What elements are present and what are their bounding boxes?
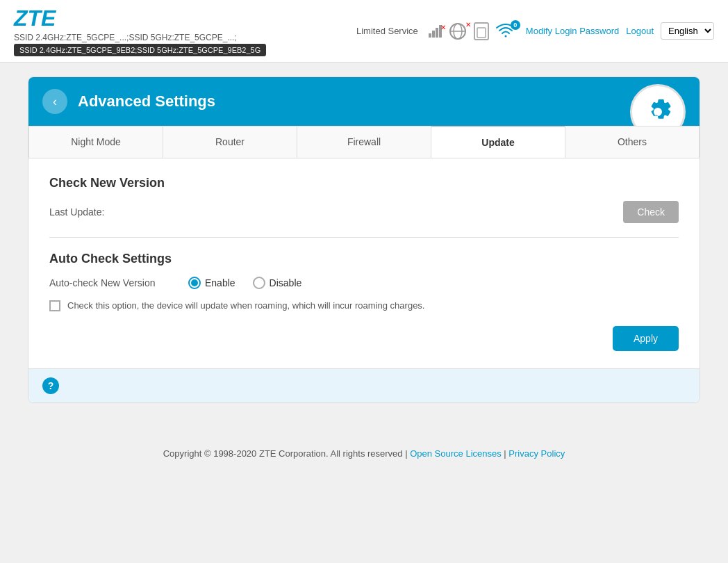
tab-router[interactable]: Router [163,126,297,158]
enable-label: Enable [205,277,235,288]
signal-bar-2 [432,31,435,38]
auto-check-label: Auto-check New Version [49,277,174,288]
tab-others[interactable]: Others [565,126,700,158]
header: ZTE SSID 2.4GHz:ZTE_5GCPE_...;SSID 5GHz:… [0,0,728,63]
disable-label: Disable [270,277,302,288]
settings-card: ‹ Advanced Settings Night Mode Router Fi… [28,76,700,403]
modify-password-link[interactable]: Modify Login Password [526,26,619,36]
divider-1 [49,237,679,238]
tab-firewall[interactable]: Firewall [297,126,431,158]
tab-update[interactable]: Update [431,126,565,158]
privacy-policy-link[interactable]: Privacy Policy [508,448,565,459]
main-content: ‹ Advanced Settings Night Mode Router Fi… [0,63,728,417]
header-left: ZTE SSID 2.4GHz:ZTE_5GCPE_...;SSID 5GHz:… [14,6,266,56]
logout-link[interactable]: Logout [626,26,654,36]
last-update-label: Last Update: [49,206,174,218]
globe-icon [449,22,467,40]
check-button[interactable]: Check [623,201,679,223]
signal-bar-3 [436,28,438,38]
copyright-text: Copyright © 1998-2020 ZTE Corporation. A… [163,448,403,459]
wifi-badge: 0 [511,20,520,30]
signal-x-icon: ✕ [440,24,446,31]
auto-check-radio-group: Enable Disable [188,277,301,289]
help-bar: ? [28,368,700,402]
roaming-checkbox[interactable] [49,300,60,311]
disable-radio[interactable]: Disable [253,277,302,289]
last-update-row: Last Update: Check [49,201,679,223]
zte-logo: ZTE [14,6,266,31]
open-source-link[interactable]: Open Source Licenses [410,448,502,459]
sim-icon [474,22,489,40]
signal-bar-1 [429,33,431,38]
ssid-short: SSID 2.4GHz:ZTE_5GCPE_...;SSID 5GHz:ZTE_… [14,33,266,42]
auto-check-title: Auto Check Settings [49,252,679,266]
gear-icon [641,95,675,129]
back-button[interactable]: ‹ [42,89,67,114]
apply-button[interactable]: Apply [613,326,679,351]
sim-icon-wrap [474,22,489,40]
status-text: Limited Service [356,26,418,36]
roaming-label: Check this option, the device will updat… [67,300,424,312]
header-right: Limited Service ✕ ✕ [356,22,714,40]
card-body: Check New Version Last Update: Check Aut… [28,158,700,368]
footer: Copyright © 1998-2020 ZTE Corporation. A… [0,431,728,476]
enable-radio-circle [188,277,201,289]
tab-night-mode[interactable]: Night Mode [28,126,163,158]
roaming-checkbox-row: Check this option, the device will updat… [49,300,679,312]
header-icons: ✕ ✕ [429,22,515,40]
enable-radio[interactable]: Enable [188,277,235,289]
check-new-version-title: Check New Version [49,176,679,190]
signal-icon-wrap: ✕ [429,25,442,38]
help-icon[interactable]: ? [42,377,59,394]
card-header: ‹ Advanced Settings [28,77,700,126]
card-title: Advanced Settings [78,92,630,111]
auto-check-row: Auto-check New Version Enable Disable [49,277,679,289]
ssid-tooltip: SSID 2.4GHz:ZTE_5GCPE_9EB2;SSID 5GHz:ZTE… [14,44,266,56]
tabs: Night Mode Router Firewall Update Others [28,126,700,158]
globe-x-icon: ✕ [465,21,471,28]
svg-rect-4 [477,28,486,38]
globe-icon-wrap: ✕ [449,22,467,40]
disable-radio-circle [253,277,265,289]
wifi-icon-wrap: 0 [496,24,515,39]
header-links: Modify Login Password Logout English [526,22,714,40]
language-select[interactable]: English [661,22,714,40]
